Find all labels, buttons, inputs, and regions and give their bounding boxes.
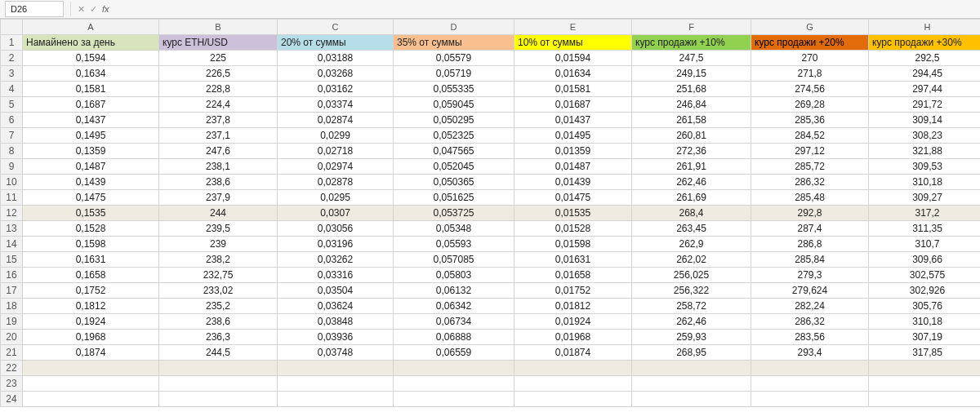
cell[interactable]: 268,4 <box>632 206 751 221</box>
cell[interactable] <box>394 392 514 407</box>
cell[interactable]: 286,8 <box>751 237 869 252</box>
row-header[interactable]: 6 <box>1 113 23 128</box>
row-header[interactable]: 20 <box>1 330 23 345</box>
cell[interactable]: 256,322 <box>632 283 751 299</box>
cell[interactable]: 287,4 <box>751 221 869 237</box>
cell[interactable]: 310,18 <box>869 175 981 190</box>
cell[interactable]: 0,1495 <box>23 128 159 144</box>
cell[interactable] <box>159 361 278 376</box>
cell[interactable] <box>278 361 394 376</box>
cell[interactable]: 0,01968 <box>514 330 632 345</box>
cell[interactable]: 285,72 <box>751 159 869 175</box>
row-header[interactable]: 9 <box>1 159 23 175</box>
cell[interactable]: 0,057085 <box>394 252 514 268</box>
cell[interactable]: 228,8 <box>159 82 278 97</box>
cell[interactable]: 305,76 <box>869 299 981 314</box>
cell[interactable]: 238,1 <box>159 159 278 175</box>
fx-icon[interactable]: fx <box>102 4 109 14</box>
cell[interactable]: 0,0307 <box>278 206 394 221</box>
cell[interactable]: 261,91 <box>632 159 751 175</box>
cell[interactable]: 233,02 <box>159 283 278 299</box>
cell[interactable]: 268,95 <box>632 345 751 361</box>
cell[interactable]: 0,055335 <box>394 82 514 97</box>
cell[interactable] <box>514 392 632 407</box>
cell[interactable]: 0,01658 <box>514 268 632 283</box>
col-header-B[interactable]: B <box>159 20 278 35</box>
cell[interactable]: 0,03196 <box>278 237 394 252</box>
cell[interactable]: 262,02 <box>632 252 751 268</box>
cell[interactable]: 261,69 <box>632 190 751 206</box>
cell[interactable]: 286,32 <box>751 314 869 330</box>
cell[interactable]: 225 <box>159 51 278 66</box>
cell[interactable]: 0,01535 <box>514 206 632 221</box>
row-header[interactable]: 1 <box>1 35 23 51</box>
cell[interactable]: 0,01924 <box>514 314 632 330</box>
cell[interactable]: 0,01631 <box>514 252 632 268</box>
row-header[interactable]: 8 <box>1 144 23 159</box>
cell[interactable]: 309,27 <box>869 190 981 206</box>
cell[interactable]: 0,1687 <box>23 97 159 113</box>
cell[interactable] <box>278 376 394 392</box>
header-cell[interactable]: 35% от суммы <box>394 35 514 51</box>
header-cell[interactable]: Намайнено за день <box>23 35 159 51</box>
cell[interactable]: 0,03936 <box>278 330 394 345</box>
cell[interactable]: 271,8 <box>751 66 869 82</box>
header-cell[interactable]: 20% от суммы <box>278 35 394 51</box>
cell[interactable]: 0,1752 <box>23 283 159 299</box>
cell[interactable]: 0,03374 <box>278 97 394 113</box>
cell[interactable]: 0,03162 <box>278 82 394 97</box>
cell[interactable]: 0,1439 <box>23 175 159 190</box>
cell[interactable]: 0,1598 <box>23 237 159 252</box>
row-header[interactable]: 14 <box>1 237 23 252</box>
row-header[interactable]: 24 <box>1 392 23 407</box>
cell[interactable] <box>869 361 981 376</box>
col-header-C[interactable]: C <box>278 20 394 35</box>
cell[interactable]: 0,03268 <box>278 66 394 82</box>
cell[interactable]: 0,059045 <box>394 97 514 113</box>
cell[interactable]: 237,9 <box>159 190 278 206</box>
cell[interactable]: 0,1359 <box>23 144 159 159</box>
cell[interactable]: 226,5 <box>159 66 278 82</box>
cell[interactable]: 0,06132 <box>394 283 514 299</box>
cell[interactable]: 236,3 <box>159 330 278 345</box>
cell[interactable]: 260,81 <box>632 128 751 144</box>
header-cell[interactable]: 10% от суммы <box>514 35 632 51</box>
row-header[interactable]: 19 <box>1 314 23 330</box>
col-header-E[interactable]: E <box>514 20 632 35</box>
cell[interactable]: 224,4 <box>159 97 278 113</box>
cell[interactable] <box>394 376 514 392</box>
cancel-icon[interactable]: ✕ <box>78 4 85 15</box>
cell[interactable] <box>869 376 981 392</box>
row-header[interactable]: 2 <box>1 51 23 66</box>
row-header[interactable]: 13 <box>1 221 23 237</box>
cell[interactable]: 283,56 <box>751 330 869 345</box>
col-header-F[interactable]: F <box>632 20 751 35</box>
row-header[interactable]: 18 <box>1 299 23 314</box>
cell[interactable]: 285,84 <box>751 252 869 268</box>
cell[interactable]: 0,03056 <box>278 221 394 237</box>
header-cell[interactable]: курс ETH/USD <box>159 35 278 51</box>
cell[interactable] <box>751 392 869 407</box>
cell[interactable]: 247,6 <box>159 144 278 159</box>
cell[interactable]: 269,28 <box>751 97 869 113</box>
cell[interactable] <box>159 392 278 407</box>
cell[interactable]: 259,93 <box>632 330 751 345</box>
cell[interactable]: 262,46 <box>632 314 751 330</box>
cell[interactable]: 0,06888 <box>394 330 514 345</box>
row-header[interactable]: 12 <box>1 206 23 221</box>
cell[interactable]: 291,72 <box>869 97 981 113</box>
cell[interactable]: 0,01812 <box>514 299 632 314</box>
cell[interactable]: 235,2 <box>159 299 278 314</box>
header-cell[interactable]: курс продажи +30% <box>869 35 981 51</box>
cell[interactable]: 237,8 <box>159 113 278 128</box>
cell[interactable]: 0,05719 <box>394 66 514 82</box>
cell[interactable] <box>632 392 751 407</box>
cell[interactable]: 0,01437 <box>514 113 632 128</box>
cell[interactable]: 0,1535 <box>23 206 159 221</box>
cell[interactable]: 286,32 <box>751 175 869 190</box>
cell[interactable] <box>278 392 394 407</box>
cell[interactable]: 238,6 <box>159 314 278 330</box>
cell[interactable]: 0,05593 <box>394 237 514 252</box>
cell[interactable]: 0,01634 <box>514 66 632 82</box>
row-header[interactable]: 16 <box>1 268 23 283</box>
